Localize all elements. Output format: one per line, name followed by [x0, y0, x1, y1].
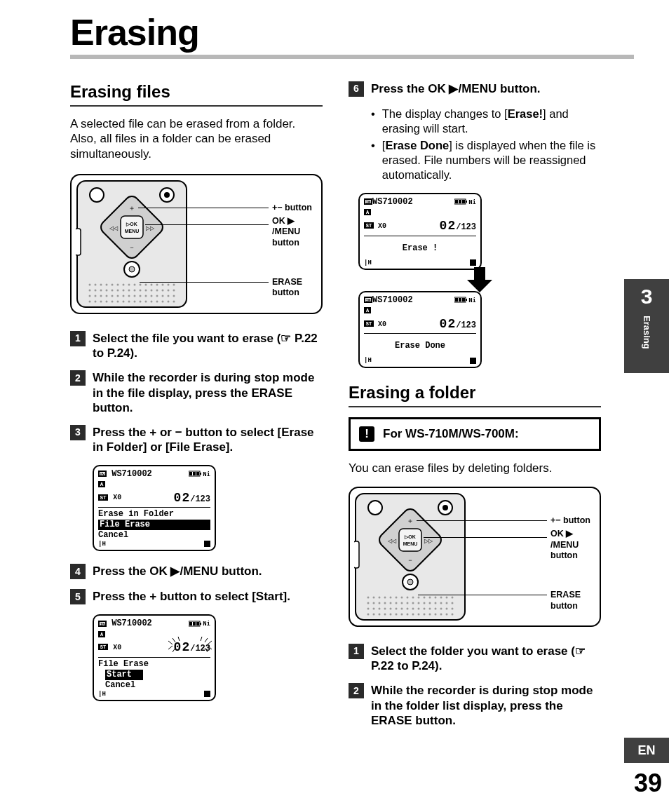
svg-point-77 — [168, 300, 170, 302]
svg-point-73 — [145, 300, 147, 302]
svg-point-200 — [424, 607, 426, 609]
lcd-filename: WS710002 — [112, 469, 152, 479]
intro-text: A selected file can be erased from a fol… — [70, 116, 323, 161]
svg-point-218 — [435, 613, 437, 615]
svg-line-110 — [168, 646, 173, 649]
svg-point-20 — [117, 283, 119, 285]
svg-point-49 — [100, 295, 102, 297]
svg-point-22 — [128, 283, 130, 285]
page-number: 39 — [634, 767, 662, 799]
leader-line — [138, 208, 269, 208]
step-5: 5 Press the + button to select [Start]. — [70, 589, 323, 604]
svg-point-165 — [407, 596, 409, 598]
svg-point-39 — [134, 289, 136, 291]
svg-point-16 — [95, 283, 97, 285]
svg-text:IN: IN — [100, 622, 105, 627]
svg-point-168 — [424, 596, 426, 598]
lcd-screen-menu: IN WS710002 Ni A ST X0 02/123 — [93, 465, 323, 552]
svg-point-197 — [407, 607, 409, 609]
lcd-filename: WS710002 — [372, 295, 413, 305]
svg-point-54 — [128, 295, 130, 297]
svg-point-177 — [384, 602, 386, 604]
svg-point-25 — [145, 283, 147, 285]
svg-line-109 — [208, 641, 212, 644]
svg-point-217 — [429, 613, 431, 615]
svg-point-196 — [401, 607, 403, 609]
svg-point-190 — [367, 607, 370, 609]
svg-point-36 — [117, 289, 119, 291]
svg-rect-99 — [196, 622, 199, 625]
right-column: 6 Press the OK ▶/MENU button. •The displ… — [349, 81, 601, 738]
svg-point-162 — [390, 596, 392, 598]
svg-line-112 — [205, 648, 208, 652]
svg-rect-121 — [459, 200, 461, 203]
section-heading-erasing-files: Erasing files — [70, 81, 323, 102]
svg-point-209 — [384, 613, 386, 615]
svg-point-144 — [368, 501, 382, 515]
svg-point-53 — [123, 295, 125, 297]
svg-rect-127 — [470, 259, 476, 266]
svg-point-207 — [373, 613, 375, 615]
svg-point-23 — [134, 283, 136, 285]
important-label: For WS-710M/WS-700M: — [383, 426, 519, 441]
chapter-number: 3 — [641, 283, 653, 310]
important-text: You can erase files by deleting folders. — [349, 461, 601, 475]
svg-point-185 — [429, 602, 431, 604]
svg-line-104 — [168, 641, 173, 644]
svg-point-167 — [418, 596, 420, 598]
lcd-counter-small: /123 — [456, 320, 476, 330]
svg-point-204 — [446, 607, 448, 609]
svg-rect-97 — [189, 622, 192, 625]
leader-line — [140, 282, 269, 283]
lcd-filename: WS710002 — [372, 197, 413, 207]
svg-point-33 — [100, 289, 102, 291]
svg-point-146 — [442, 505, 448, 510]
svg-rect-5 — [121, 216, 143, 238]
lcd-counter-small: /123 — [456, 222, 476, 232]
svg-point-178 — [390, 602, 392, 604]
section-rule — [70, 105, 323, 107]
lcd-message: Erase ! — [364, 238, 476, 259]
step-number: 3 — [70, 425, 86, 440]
important-icon: ! — [359, 426, 374, 442]
step-number: 4 — [70, 564, 86, 579]
step-number: 2 — [349, 683, 364, 698]
leader-line — [417, 520, 547, 521]
svg-point-161 — [384, 596, 386, 598]
svg-point-181 — [407, 602, 409, 604]
svg-point-1 — [90, 188, 104, 202]
svg-point-65 — [100, 300, 102, 302]
svg-point-76 — [162, 300, 164, 302]
lcd-menu-item-selected: Start — [105, 670, 143, 680]
svg-text:IN: IN — [365, 298, 371, 303]
svg-point-48 — [95, 295, 97, 297]
callout-ok-button: OK ▶ /MENU button — [550, 529, 595, 562]
down-arrow-icon — [464, 267, 495, 294]
svg-point-64 — [95, 300, 97, 302]
callout-erase-button: ERASE button — [550, 590, 600, 611]
svg-point-188 — [446, 602, 448, 604]
svg-point-17 — [100, 283, 102, 285]
svg-point-14 — [129, 266, 135, 272]
svg-point-170 — [435, 596, 437, 598]
svg-rect-119 — [466, 201, 467, 203]
svg-point-212 — [401, 613, 403, 615]
svg-point-47 — [89, 295, 91, 297]
step-number: 5 — [70, 589, 86, 604]
svg-text:A: A — [100, 482, 103, 487]
svg-rect-142 — [470, 358, 476, 364]
svg-point-198 — [412, 607, 414, 609]
step-text: Select the folder you want to erase (☞ P… — [371, 644, 601, 674]
svg-rect-136 — [459, 298, 461, 302]
svg-point-52 — [117, 295, 119, 297]
svg-point-202 — [435, 607, 437, 609]
step-text: Press the OK ▶/MENU button. — [93, 564, 262, 578]
bullet-text: The display changes to [Erase!] and eras… — [382, 107, 601, 135]
svg-point-18 — [106, 283, 108, 285]
svg-text:ST: ST — [100, 644, 106, 650]
section-rule — [349, 406, 601, 407]
lcd-sequence: INWS710002 Ni A ST X0 02/123 Erase ! |H … — [358, 193, 601, 368]
lcd-counter-big: 02 — [440, 219, 457, 233]
step-text: Press the + or − button to select [Erase… — [93, 425, 323, 455]
svg-rect-128 — [474, 267, 485, 280]
